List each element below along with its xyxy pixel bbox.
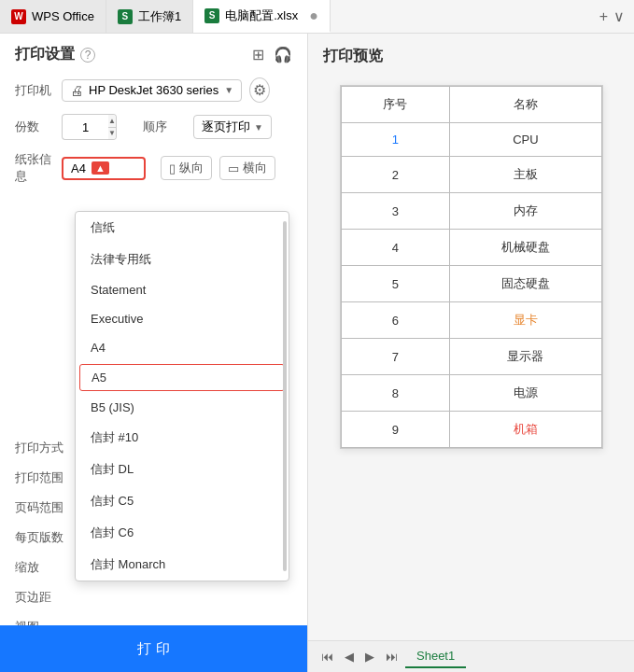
add-tab-button[interactable]: +: [599, 8, 608, 25]
cell-num: 6: [341, 302, 450, 339]
margin-label: 页边距: [0, 582, 307, 612]
sheet-icon-1: S: [118, 9, 133, 24]
last-sheet-button[interactable]: ⏭: [382, 648, 402, 665]
table-row: 5固态硬盘: [341, 266, 601, 302]
printer-chevron-icon: ▼: [224, 85, 233, 95]
panel-title: 打印设置: [15, 45, 75, 64]
dropdown-item-envc6[interactable]: 信封 C6: [76, 517, 289, 549]
sheet-icon-2: S: [204, 8, 219, 23]
cell-name: 显卡: [450, 302, 601, 339]
prev-sheet-button[interactable]: ◀: [341, 648, 358, 665]
printer-select[interactable]: 🖨 HP DeskJet 3630 series ▼: [62, 79, 242, 102]
landscape-icon: ▭: [228, 161, 239, 175]
cell-name: 机械硬盘: [450, 230, 601, 266]
more-tabs-button[interactable]: ∨: [613, 7, 625, 25]
paper-chevron-icon: ▲: [92, 161, 109, 175]
printer-settings-icon[interactable]: ⚙: [249, 77, 270, 103]
cell-num: 7: [341, 339, 450, 375]
print-button-label: 打 印: [137, 640, 169, 658]
cell-name: 机箱: [450, 412, 601, 448]
dropdown-item-a4[interactable]: A4: [76, 333, 289, 362]
dropdown-scrollbar[interactable]: [283, 221, 287, 571]
cell-num: 4: [341, 230, 450, 266]
panel-header-icons: ⊞ 🎧: [252, 46, 292, 63]
portrait-label: 纵向: [179, 160, 204, 176]
col-header-name: 名称: [450, 87, 601, 123]
copies-up-button[interactable]: ▲: [108, 115, 116, 128]
table-row: 6显卡: [341, 302, 601, 339]
dropdown-item-falv[interactable]: 法律专用纸: [76, 244, 289, 275]
preview-content: 序号 名称 1CPU2主板3内存4机械硬盘5固态硬盘6显卡7显示器8电源9机箱: [308, 76, 634, 640]
copies-down-button[interactable]: ▼: [108, 128, 116, 140]
print-settings-panel: 打印设置 ? ⊞ 🎧 打印机 🖨 HP DeskJet 3630 series …: [0, 34, 308, 672]
table-row: 3内存: [341, 193, 601, 230]
tab-wps-label: WPS Office: [32, 9, 94, 23]
cell-num: 1: [341, 123, 450, 157]
order-chevron-icon: ▼: [254, 122, 263, 133]
tab-workbook1-label: 工作簿1: [138, 8, 181, 25]
help-icon[interactable]: ?: [80, 48, 95, 63]
table-row: 4机械硬盘: [341, 230, 601, 266]
copies-control: ▲ ▼ 顺序 逐页打印 ▼: [62, 114, 292, 140]
printer-control: 🖨 HP DeskJet 3630 series ▼ ⚙: [62, 77, 292, 103]
portrait-icon: ▯: [169, 161, 176, 175]
dropdown-item-statement[interactable]: Statement: [76, 275, 289, 304]
table-row: 2主板: [341, 157, 601, 193]
dropdown-item-executive[interactable]: Executive: [76, 304, 289, 333]
cell-name: 显示器: [450, 339, 601, 375]
dropdown-item-xingzhi[interactable]: 信纸: [76, 212, 289, 244]
tab-workbook1[interactable]: S 工作簿1: [106, 0, 193, 33]
paper-control: A4 ▲ ▯ 纵向 ▭ 横向: [62, 156, 292, 180]
table-row: 7显示器: [341, 339, 601, 375]
landscape-label: 横向: [243, 160, 267, 176]
table-row: 1CPU: [341, 123, 601, 157]
tab-pc-config[interactable]: S 电脑配置.xlsx ●: [193, 0, 331, 33]
print-button[interactable]: 打 印: [0, 625, 307, 672]
dropdown-item-env10[interactable]: 信封 #10: [76, 422, 289, 454]
sheet1-tab[interactable]: Sheet1: [405, 645, 466, 668]
next-sheet-button[interactable]: ▶: [361, 648, 378, 665]
paper-size-select[interactable]: A4 ▲: [62, 157, 146, 180]
dropdown-item-a5[interactable]: A5: [79, 364, 285, 391]
cell-num: 5: [341, 266, 450, 302]
copies-wrapper: ▲ ▼: [62, 114, 117, 140]
sheet-bar: ⏮ ◀ ▶ ⏭ Sheet1: [308, 640, 634, 672]
headphone-icon[interactable]: 🎧: [274, 46, 292, 63]
order-value: 逐页打印: [202, 119, 250, 135]
copies-row: 份数 ▲ ▼ 顺序 逐页打印 ▼: [0, 108, 307, 146]
grid-view-icon[interactable]: ⊞: [252, 46, 264, 63]
preview-title: 打印预览: [308, 34, 634, 76]
cell-name: 内存: [450, 193, 601, 230]
cell-name: 主板: [450, 157, 601, 193]
cell-num: 9: [341, 412, 450, 448]
cell-name: 固态硬盘: [450, 266, 601, 302]
first-sheet-button[interactable]: ⏮: [317, 648, 337, 665]
cell-num: 8: [341, 375, 450, 412]
printer-icon: 🖨: [70, 83, 83, 98]
cell-num: 3: [341, 193, 450, 230]
printer-row: 打印机 🖨 HP DeskJet 3630 series ▼ ⚙: [0, 72, 307, 108]
order-label: 顺序: [143, 119, 167, 135]
dropdown-item-b5[interactable]: B5 (JIS): [76, 393, 289, 422]
dropdown-item-envc5[interactable]: 信封 C5: [76, 485, 289, 517]
copies-input[interactable]: [62, 114, 108, 140]
preview-table-wrapper: 序号 名称 1CPU2主板3内存4机械硬盘5固态硬盘6显卡7显示器8电源9机箱: [340, 85, 603, 449]
preview-table: 序号 名称 1CPU2主板3内存4机械硬盘5固态硬盘6显卡7显示器8电源9机箱: [341, 86, 602, 448]
dropdown-item-envdl[interactable]: 信封 DL: [76, 454, 289, 485]
cell-num: 2: [341, 157, 450, 193]
landscape-button[interactable]: ▭ 横向: [219, 156, 275, 180]
dropdown-item-envmonarch[interactable]: 信封 Monarch: [76, 549, 289, 581]
tab-plus-area: + ∨: [590, 7, 634, 25]
copies-label: 份数: [15, 119, 62, 135]
order-select[interactable]: 逐页打印 ▼: [193, 115, 272, 139]
printer-label: 打印机: [15, 82, 62, 99]
paper-value: A4: [71, 161, 86, 175]
table-row: 8电源: [341, 375, 601, 412]
table-row: 9机箱: [341, 412, 601, 448]
portrait-button[interactable]: ▯ 纵向: [161, 156, 212, 180]
tab-wps-office[interactable]: W WPS Office: [0, 0, 106, 33]
printer-value: HP DeskJet 3630 series: [89, 83, 218, 97]
panel-header: 打印设置 ? ⊞ 🎧: [0, 34, 307, 72]
table-header-row: 序号 名称: [341, 87, 601, 123]
titlebar: W WPS Office S 工作簿1 S 电脑配置.xlsx ● + ∨: [0, 0, 634, 34]
